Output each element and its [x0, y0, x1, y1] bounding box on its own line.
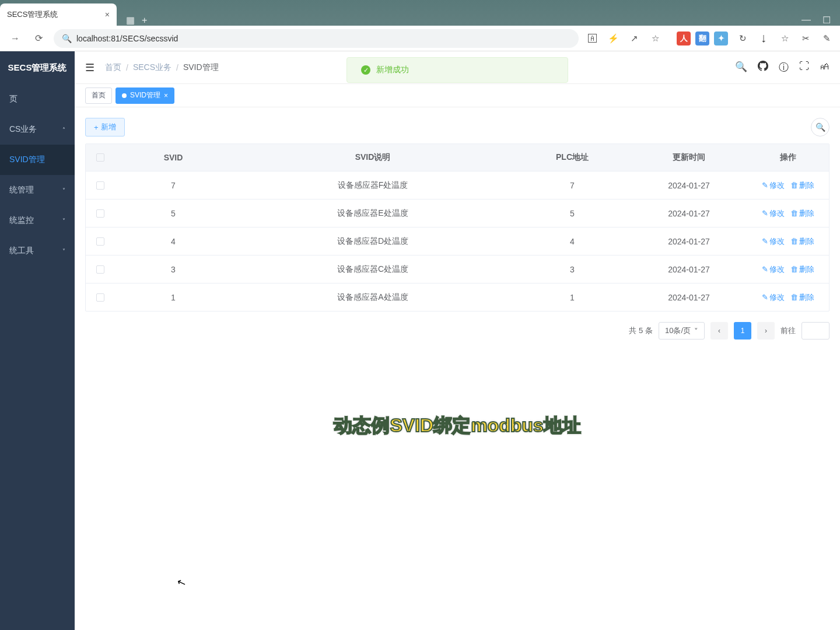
- cell-desc: 设备感应器D处温度: [232, 236, 514, 247]
- tab-label: SVID管理: [130, 90, 160, 100]
- trash-icon: 🗑: [790, 265, 798, 274]
- page-size-select[interactable]: 10条/页 ˅: [659, 322, 705, 340]
- edit-icon: ✎: [762, 237, 768, 246]
- delete-link[interactable]: 🗑删除: [790, 292, 814, 303]
- row-checkbox[interactable]: [96, 181, 104, 190]
- breadcrumb-secs[interactable]: SECS业务: [133, 62, 172, 73]
- trash-icon: 🗑: [790, 293, 798, 302]
- search-button[interactable]: 🔍: [811, 118, 830, 136]
- active-dot-icon: [122, 93, 127, 98]
- delete-link[interactable]: 🗑删除: [790, 236, 814, 247]
- col-header-plc: PLC地址: [514, 152, 631, 163]
- row-checkbox[interactable]: [96, 265, 104, 274]
- cell-time: 2024-01-27: [631, 265, 747, 274]
- download-icon[interactable]: ⭣: [757, 32, 770, 45]
- close-icon[interactable]: ×: [164, 92, 168, 100]
- cell-svid: 5: [115, 209, 232, 218]
- favorite-icon[interactable]: ☆: [649, 32, 662, 45]
- edit-link[interactable]: ✎修改: [762, 180, 785, 191]
- fontsize-icon[interactable]: 🗚: [820, 61, 830, 74]
- history-icon[interactable]: ↻: [736, 32, 749, 45]
- cell-plc: 7: [514, 181, 631, 190]
- next-page-button[interactable]: ›: [757, 322, 775, 340]
- edit-link[interactable]: ✎修改: [762, 292, 785, 303]
- share-icon[interactable]: ↗: [628, 32, 640, 45]
- table-row: 7 设备感应器F处温度 7 2024-01-27 ✎修改 🗑删除: [86, 171, 829, 199]
- new-tab-icon[interactable]: +: [142, 15, 147, 26]
- sidebar-item-secs[interactable]: CS业务 ˄: [0, 114, 75, 145]
- edit-link[interactable]: ✎修改: [762, 236, 785, 247]
- sidebar-item-home[interactable]: 页: [0, 84, 75, 114]
- trash-icon: 🗑: [790, 237, 798, 246]
- select-all-checkbox[interactable]: [96, 153, 104, 162]
- star-icon[interactable]: ☆: [778, 32, 791, 45]
- extension-translate-icon[interactable]: 翻: [695, 32, 709, 46]
- flash-icon[interactable]: ⚡: [607, 32, 620, 45]
- sidebar-item-svid[interactable]: SVID管理: [0, 145, 75, 175]
- cell-svid: 4: [115, 237, 232, 246]
- edit-link[interactable]: ✎修改: [762, 264, 785, 275]
- breadcrumb-sep: /: [126, 63, 128, 72]
- scissors-icon[interactable]: ✂: [799, 32, 812, 45]
- help-icon[interactable]: ⓘ: [779, 61, 789, 74]
- cell-svid: 3: [115, 265, 232, 274]
- browser-tab-bar: SECS管理系统 × ▦ + — ☐: [0, 0, 840, 26]
- sidebar-item-sysmonitor[interactable]: 统监控 ˅: [0, 205, 75, 236]
- row-checkbox[interactable]: [96, 237, 104, 246]
- edit-link[interactable]: ✎修改: [762, 208, 785, 219]
- window-controls: — ☐: [802, 15, 840, 26]
- maximize-icon[interactable]: ☐: [822, 15, 831, 26]
- jump-label: 前往: [780, 326, 796, 336]
- page-number-button[interactable]: 1: [734, 322, 751, 340]
- toolbar: + 新增 🔍: [85, 118, 830, 136]
- tab-home[interactable]: 首页: [85, 88, 112, 104]
- row-checkbox[interactable]: [96, 209, 104, 218]
- grid-icon[interactable]: ▦: [126, 15, 135, 26]
- translate-icon[interactable]: 🄰: [586, 32, 598, 45]
- breadcrumb-home[interactable]: 首页: [105, 62, 121, 73]
- sidebar-item-systools[interactable]: 统工具 ˅: [0, 236, 75, 266]
- forward-icon[interactable]: →: [7, 30, 23, 47]
- reload-icon[interactable]: ⟳: [30, 30, 47, 47]
- app-logo: SECS管理系统: [0, 51, 75, 84]
- extension-bird-icon[interactable]: ✦: [714, 32, 728, 46]
- table-row: 1 设备感应器A处温度 1 2024-01-27 ✎修改 🗑删除: [86, 283, 829, 311]
- url-text: localhost:81/SECS/secssvid: [76, 34, 178, 43]
- cell-plc: 1: [514, 293, 631, 302]
- minimize-icon[interactable]: —: [802, 15, 811, 26]
- sidebar-item-label: CS业务: [9, 124, 37, 135]
- header-actions: 🔍 ⓘ ⛶ 🗚: [735, 61, 830, 74]
- trash-icon: 🗑: [790, 209, 798, 218]
- sidebar-item-sysmanage[interactable]: 统管理 ˅: [0, 175, 75, 205]
- close-icon[interactable]: ×: [105, 10, 110, 19]
- page-size-label: 10条/页: [665, 326, 691, 336]
- delete-link[interactable]: 🗑删除: [790, 208, 814, 219]
- delete-link[interactable]: 🗑删除: [790, 264, 814, 275]
- prev-page-button[interactable]: ‹: [710, 322, 728, 340]
- fullscreen-icon[interactable]: ⛶: [799, 61, 809, 74]
- cell-time: 2024-01-27: [631, 181, 747, 190]
- check-icon: ✓: [361, 65, 370, 75]
- tab-bar-icons: ▦ +: [117, 15, 156, 26]
- jump-input[interactable]: [802, 322, 830, 340]
- delete-link[interactable]: 🗑删除: [790, 180, 814, 191]
- add-button[interactable]: + 新增: [85, 118, 125, 136]
- extension-pdf-icon[interactable]: 人: [677, 32, 691, 46]
- github-icon[interactable]: [758, 61, 768, 74]
- cell-desc: 设备感应器A处温度: [232, 292, 514, 303]
- tab-svid[interactable]: SVID管理 ×: [116, 88, 174, 104]
- address-bar-right: 🄰 ⚡ ↗ ☆ 人 翻 ✦ ↻ ⭣ ☆ ✂ ✎: [586, 32, 833, 46]
- sidebar-item-label: SVID管理: [9, 155, 45, 165]
- cell-desc: 设备感应器E处温度: [232, 208, 514, 219]
- hamburger-icon[interactable]: ☰: [85, 61, 94, 74]
- row-checkbox[interactable]: [96, 293, 104, 302]
- col-header-desc: SVID说明: [232, 152, 514, 163]
- browser-tab[interactable]: SECS管理系统 ×: [0, 4, 117, 26]
- data-table: SVID SVID说明 PLC地址 更新时间 操作 7 设备感应器F处温度 7 …: [85, 144, 830, 312]
- search-icon[interactable]: 🔍: [735, 61, 747, 74]
- sidebar: SECS管理系统 页 CS业务 ˄ SVID管理 统管理 ˅ 统监控 ˅ 统工具…: [0, 51, 75, 630]
- url-input[interactable]: 🔍 localhost:81/SECS/secssvid: [54, 29, 579, 48]
- overlay-caption: 动态例SVID绑定modbus地址: [334, 413, 580, 439]
- plus-icon: +: [94, 123, 99, 132]
- note-icon[interactable]: ✎: [820, 32, 833, 45]
